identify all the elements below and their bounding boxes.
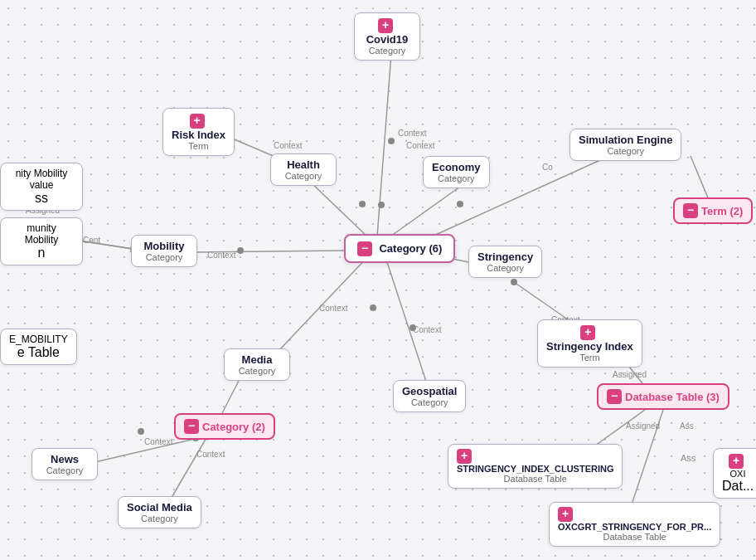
risk-index-plus-btn[interactable]: + bbox=[190, 114, 205, 129]
category2-node: − Category (2) bbox=[174, 413, 275, 440]
term2-minus-btn[interactable]: − bbox=[683, 203, 698, 218]
community-mobility-value-sub: ss bbox=[9, 191, 74, 206]
edge-label-context1: Context bbox=[398, 129, 426, 138]
risk-index-title: Risk Index bbox=[172, 129, 225, 141]
health-node: Health Category bbox=[270, 153, 337, 186]
edge-label-assigned1: Assigned bbox=[613, 370, 647, 379]
mobility-sub: Category bbox=[140, 252, 188, 262]
stringency-clustering-title: STRINGENCY_INDEX_CLUSTERING bbox=[457, 449, 613, 474]
economy-title: Economy bbox=[432, 161, 481, 173]
covid19-sub: Category bbox=[363, 46, 411, 56]
covid19-node: + Covid19 Category bbox=[354, 12, 420, 61]
stringency-title: Stringency bbox=[477, 251, 533, 263]
covid19-plus-btn[interactable]: + bbox=[378, 18, 393, 33]
svg-line-1 bbox=[309, 181, 369, 238]
svg-line-0 bbox=[377, 54, 391, 236]
svg-line-14 bbox=[222, 377, 240, 413]
community-mobility-value-title: nity Mobility value bbox=[9, 168, 74, 191]
db-table3-node: − Database Table (3) bbox=[597, 383, 729, 410]
risk-index-node: + Risk Index Term bbox=[162, 108, 235, 156]
svg-point-21 bbox=[378, 202, 385, 208]
mobility-node: Mobility Category bbox=[131, 235, 197, 267]
category-center-node: − Category (6) bbox=[344, 234, 455, 263]
edge-label-context2: Context bbox=[274, 141, 302, 150]
health-title: Health bbox=[279, 158, 327, 171]
risk-index-sub: Term bbox=[172, 141, 225, 151]
simulation-engine-title: Simulation Engine bbox=[579, 134, 672, 146]
svg-point-20 bbox=[359, 201, 366, 207]
category2-minus-btn[interactable]: − bbox=[184, 419, 199, 434]
simulation-engine-sub: Category bbox=[579, 146, 672, 156]
term2-node: − Term (2) bbox=[673, 197, 753, 224]
edge-label-ass: Ass bbox=[680, 421, 694, 431]
stringency-clustering-node: + STRINGENCY_INDEX_CLUSTERING Database T… bbox=[448, 444, 623, 489]
stringency-index-title: Stringency Index bbox=[546, 340, 633, 353]
stringency-sub: Category bbox=[477, 263, 533, 273]
media-title: Media bbox=[233, 353, 281, 366]
mobility-title: Mobility bbox=[140, 240, 188, 252]
svg-point-19 bbox=[388, 138, 395, 144]
edges-svg bbox=[0, 0, 756, 560]
stringency-index-plus-btn[interactable]: + bbox=[580, 325, 595, 340]
news-title: News bbox=[41, 453, 89, 465]
social-media-node: Social Media Category bbox=[118, 496, 201, 528]
covid19-title: Covid19 bbox=[363, 33, 411, 46]
health-sub: Category bbox=[279, 171, 327, 181]
community-mobility-node: munity Mobility n bbox=[0, 217, 83, 265]
svg-point-25 bbox=[370, 304, 376, 311]
svg-point-27 bbox=[511, 279, 517, 285]
edge-label-cont: Cont bbox=[83, 236, 100, 245]
geospatial-title: Geospatial bbox=[402, 385, 457, 397]
simulation-engine-node: Simulation Engine Category bbox=[569, 129, 681, 161]
oxcgrt-plus-btn[interactable]: + bbox=[558, 507, 573, 522]
edge-label-context4: Context bbox=[207, 251, 235, 260]
term2-title: Term (2) bbox=[701, 205, 743, 217]
news-sub: Category bbox=[41, 465, 89, 475]
stringency-index-node: + Stringency Index Term bbox=[537, 319, 642, 368]
geospatial-node: Geospatial Category bbox=[393, 380, 466, 412]
svg-point-31 bbox=[138, 428, 144, 435]
community-mobility-title: munity Mobility bbox=[9, 222, 74, 246]
social-media-sub: Category bbox=[127, 514, 192, 523]
svg-point-23 bbox=[237, 247, 244, 254]
oxcgrt-sub: Database Table bbox=[558, 532, 711, 542]
e-mobility-title: E_MOBILITY bbox=[9, 334, 68, 345]
edge-label-co: Co bbox=[542, 163, 553, 172]
news-node: News Category bbox=[32, 448, 98, 480]
economy-sub: Category bbox=[432, 173, 481, 183]
stringency-index-sub: Term bbox=[546, 353, 633, 363]
community-mobility-sub: n bbox=[9, 246, 74, 261]
edge-label-context9: Context bbox=[144, 437, 172, 446]
category-center-minus-btn[interactable]: − bbox=[357, 241, 372, 256]
edge-label-assigned2: Assigned bbox=[626, 421, 660, 431]
geospatial-sub: Category bbox=[402, 397, 457, 407]
db-table3-title: Database Table (3) bbox=[625, 391, 720, 403]
e-mobility-sub: e Table bbox=[9, 345, 68, 360]
db-table3-minus-btn[interactable]: − bbox=[607, 389, 622, 404]
community-mobility-value-node: nity Mobility value ss bbox=[0, 163, 83, 211]
edge-label-context7: Context bbox=[413, 325, 441, 334]
stringency-node: Stringency Category bbox=[468, 246, 542, 278]
edge-label-context3: Context bbox=[406, 141, 434, 150]
oxi-plus-btn[interactable]: + bbox=[729, 454, 744, 469]
oxi-title: OXI bbox=[722, 469, 754, 479]
oxi-node: + OXI Dat... bbox=[713, 448, 756, 499]
stringency-clustering-sub: Database Table bbox=[457, 474, 613, 484]
svg-line-16 bbox=[172, 436, 207, 496]
category-center-title: Category (6) bbox=[379, 242, 442, 255]
oxcgrt-node: + OXCGRT_STRINGENCY_FOR_PR... Database T… bbox=[549, 502, 720, 547]
edge-label-context10: Context bbox=[196, 450, 225, 459]
economy-node: Economy Category bbox=[423, 156, 490, 188]
edge-label-context6: Context bbox=[319, 304, 347, 313]
svg-point-22 bbox=[457, 201, 463, 207]
media-node: Media Category bbox=[224, 348, 290, 381]
stringency-clustering-plus-btn[interactable]: + bbox=[457, 449, 472, 464]
oxcgrt-title: OXCGRT_STRINGENCY_FOR_PR... bbox=[558, 507, 711, 532]
e-mobility-node: E_MOBILITY e Table bbox=[0, 329, 77, 365]
svg-line-2 bbox=[388, 187, 460, 238]
oxi-sub: Dat... bbox=[722, 479, 754, 494]
category2-title: Category (2) bbox=[202, 421, 265, 433]
media-sub: Category bbox=[233, 366, 281, 376]
ass-label: Ass bbox=[681, 453, 695, 463]
social-media-title: Social Media bbox=[127, 501, 192, 514]
